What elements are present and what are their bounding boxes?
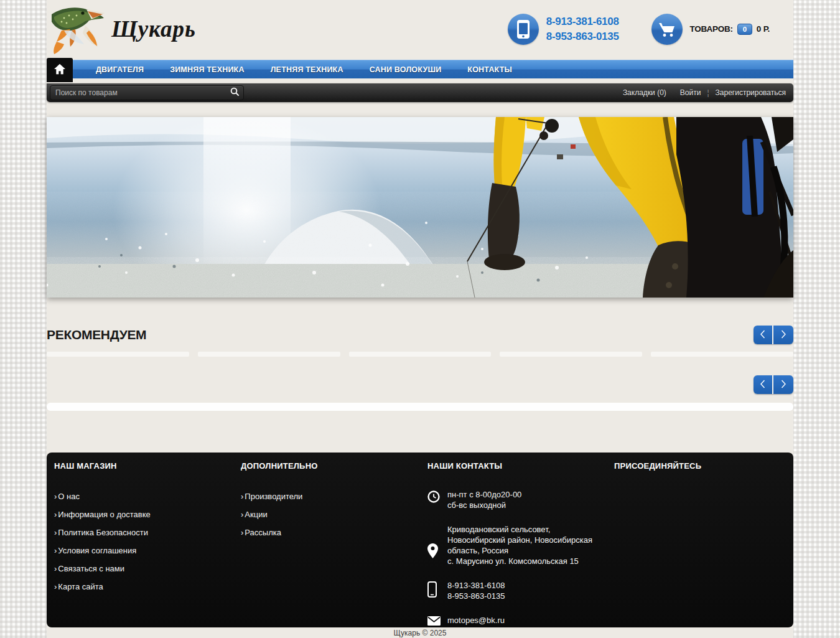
footer-link-label: Карта сайта [58,582,103,591]
phone-number-1: 8-913-381-6108 [546,14,619,29]
carousel-next-button-2[interactable] [773,375,793,394]
search-input[interactable] [50,88,226,97]
footer-link-label: Политика Безопасности [58,528,148,537]
bullet-icon: › [54,492,57,501]
product-placeholder [500,352,642,357]
footer-link-label: Производители [245,492,302,501]
chevron-left-icon [759,329,767,341]
contact-hours-text: пн-пт с 8-00до20-00 сб-вс выходной [447,489,521,510]
address-line-1: Криводановский сельсовет, [447,524,592,535]
main-nav: ДВИГАТЕЛЯ ЗИМНЯЯ ТЕХНИКА ЛЕТНЯЯ ТЕХНИКА … [47,58,793,82]
bullet-icon: › [54,582,57,591]
footer-link-label: О нас [58,492,80,501]
pike-fish-logo-icon [48,1,108,58]
cart-count-badge: 0 [737,24,752,35]
nav-item-sleds[interactable]: САНИ ВОЛОКУШИ [357,65,455,74]
hours-line-2: сб-вс выходной [447,500,521,510]
contact-hours-row: пн-пт с 8-00до20-00 сб-вс выходной [427,489,608,510]
footer-link-manufacturers[interactable]: ›Производители [241,487,421,505]
cart-label: ТОВАРОВ: [690,24,733,34]
nav-item-summer[interactable]: ЛЕТНЯЯ ТЕХНИКА [258,65,357,74]
header-phones: 8-913-381-6108 8-953-863-0135 [508,14,619,45]
footer-link-contact-us[interactable]: ›Связаться с нами [54,560,235,578]
footer-extra-title: ДОПОЛНИТЕЛЬНО [241,461,421,471]
contact-address-text: Криводановский сельсовет, Новосибирский … [447,524,592,566]
logo-text: Щукарь [111,16,196,42]
phone-number-2: 8-953-863-0135 [546,29,619,44]
cart-widget[interactable]: ТОВАРОВ: 0 0 Р. [651,14,770,45]
product-placeholder-row [47,352,793,357]
location-pin-icon [427,524,447,566]
hero-slider-image [47,117,793,298]
footer-link-delivery[interactable]: ›Информация о доставке [54,505,235,523]
recommended-section-header: РЕКОМЕНДУЕМ [47,325,793,345]
bookmarks-link[interactable]: Закладки (0) [623,88,666,97]
site-footer: НАШ МАГАЗИН ›О нас ›Информация о доставк… [47,453,793,627]
contact-email-text: motopes@bk.ru [447,615,505,626]
contact-address-row: Криводановский сельсовет, Новосибирский … [427,524,608,566]
footer-link-privacy[interactable]: ›Политика Безопасности [54,523,235,542]
footer-link-label: Информация о доставке [58,510,150,519]
product-placeholder [47,352,189,357]
hours-line-1: пн-пт с 8-00до20-00 [447,489,521,500]
footer-link-sitemap[interactable]: ›Карта сайта [54,578,235,596]
page-container: Щукарь 8-913-381-6108 8-953-863-0135 [47,0,793,638]
phone-icon [508,14,539,45]
nav-item-contacts[interactable]: КОНТАКТЫ [454,65,525,74]
footer-shop-links: ›О нас ›Информация о доставке ›Политика … [54,487,235,596]
search-button[interactable] [226,86,243,100]
carousel-next-button[interactable] [773,326,793,344]
site-logo[interactable]: Щукарь [48,1,196,58]
chevron-right-icon [780,329,787,341]
bullet-icon: › [241,528,243,537]
footer-link-terms[interactable]: ›Условия соглашения [54,542,235,560]
address-line-3: область, Россия [447,545,592,556]
footer-column-social: ПРИСОЕДИНЯЙТЕСЬ [614,461,795,471]
bullet-icon: › [241,510,243,519]
chevron-right-icon [780,379,787,391]
footer-social-title: ПРИСОЕДИНЯЙТЕСЬ [614,461,795,471]
nav-item-winter[interactable]: ЗИМНЯЯ ТЕХНИКА [157,65,257,74]
account-links: Закладки (0) Войти ¦ Зарегистрироваться [623,88,793,97]
footer-shop-title: НАШ МАГАЗИН [54,461,235,471]
home-button[interactable] [47,58,73,82]
cart-icon [651,14,683,45]
site-header: Щукарь 8-913-381-6108 8-953-863-0135 [47,0,793,58]
footer-phone-1: 8-913-381-6108 [447,580,505,591]
address-line-2: Новосибирский район, Новосибирская [447,535,592,545]
footer-link-label: Связаться с нами [58,564,124,573]
footer-phone-2: 8-953-863-0135 [447,591,505,601]
cart-summary: ТОВАРОВ: 0 0 Р. [690,24,770,35]
ice-fishing-photo [47,117,793,298]
carousel-prev-button-2[interactable] [754,375,773,394]
chevron-left-icon [759,379,767,391]
search-toolbar: Закладки (0) Войти ¦ Зарегистрироваться [47,83,793,102]
bullet-icon: › [54,564,57,573]
recommended-title: РЕКОМЕНДУЕМ [47,327,146,342]
clock-icon [427,489,447,510]
cart-total: 0 Р. [757,24,770,34]
carousel-controls-bottom [754,375,793,394]
footer-link-promotions[interactable]: ›Акции [241,505,421,523]
footer-link-newsletter[interactable]: ›Рассылка [241,523,421,542]
contact-phone-row: 8-913-381-6108 8-953-863-0135 [427,580,608,601]
address-line-4: с. Марусино ул. Комсомольская 15 [447,556,592,566]
contact-phones-text: 8-913-381-6108 8-953-863-0135 [447,580,505,601]
login-link[interactable]: Войти [680,88,701,97]
product-placeholder [651,352,793,357]
footer-contacts-title: НАШИ КОНТАКТЫ [427,461,608,471]
product-placeholder [198,352,340,357]
nav-item-engines[interactable]: ДВИГАТЕЛЯ [83,65,157,74]
home-icon [54,63,66,77]
envelope-icon [427,615,447,626]
footer-link-about[interactable]: ›О нас [54,487,235,505]
register-link[interactable]: Зарегистрироваться [716,88,786,97]
footer-email: motopes@bk.ru [447,615,505,626]
footer-column-extra: ДОПОЛНИТЕЛЬНО ›Производители ›Акции ›Рас… [241,461,421,542]
product-placeholder [349,352,492,357]
footer-link-label: Условия соглашения [58,546,136,555]
carousel-prev-button[interactable] [754,326,773,344]
carousel-track-placeholder [47,403,793,411]
footer-link-label: Акции [245,510,267,519]
search-box [50,85,244,100]
